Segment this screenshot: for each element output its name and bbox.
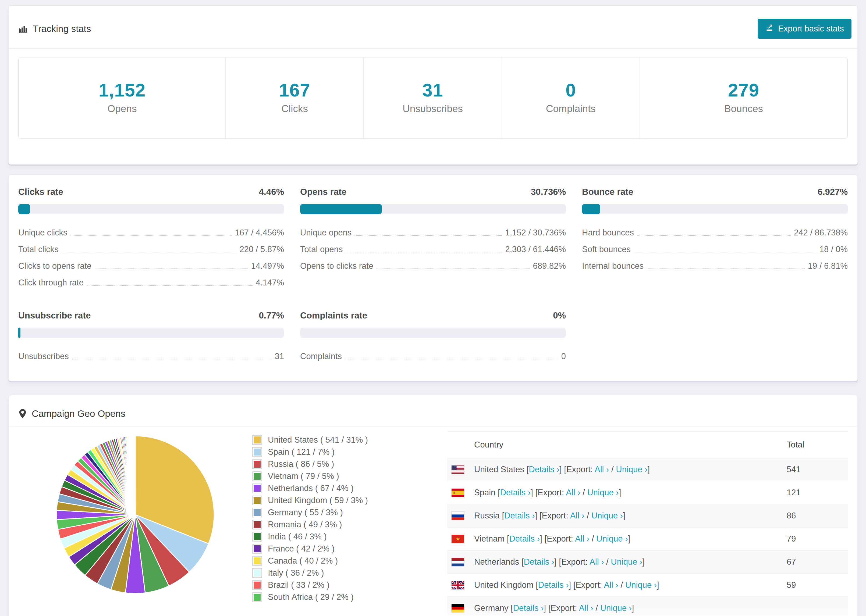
legend-label: Canada ( 40 / 2% ) bbox=[268, 556, 338, 566]
legend-item[interactable]: United Kingdom ( 59 / 3% ) bbox=[252, 496, 447, 505]
rate-stat-row: Internal bounces 19 / 6.81% bbox=[582, 258, 848, 274]
export-unique-link[interactable]: Unique › bbox=[625, 580, 657, 590]
export-unique-link[interactable]: Unique › bbox=[616, 465, 647, 474]
dotted-leader bbox=[355, 235, 502, 236]
legend-item[interactable]: Spain ( 121 / 7% ) bbox=[252, 447, 447, 457]
country-cell: Vietnam [Details ›] [Export: All › / Uni… bbox=[474, 527, 787, 550]
rate-title: Unsubscribe rate bbox=[18, 310, 91, 321]
legend-item[interactable]: Netherlands ( 67 / 4% ) bbox=[252, 484, 447, 493]
legend-swatch bbox=[252, 508, 262, 517]
details-link[interactable]: Details › bbox=[513, 603, 544, 613]
legend-label: India ( 46 / 3% ) bbox=[268, 532, 327, 542]
legend-item[interactable]: Canada ( 40 / 2% ) bbox=[252, 556, 447, 566]
details-link[interactable]: Details › bbox=[500, 488, 531, 497]
geo-header: Campaign Geo Opens bbox=[9, 395, 857, 426]
rate-title: Complaints rate bbox=[300, 310, 367, 321]
country-column-header: Country bbox=[474, 432, 787, 458]
summary-opens: 1,152 Opens bbox=[19, 58, 226, 138]
legend-swatch bbox=[252, 592, 262, 602]
rate-stat-row: Hard bounces 242 / 86.738% bbox=[582, 225, 848, 241]
stat-label: Click through rate bbox=[18, 278, 83, 288]
details-link[interactable]: Details › bbox=[529, 465, 559, 474]
export-unique-link[interactable]: Unique › bbox=[611, 557, 642, 567]
legend-label: France ( 42 / 2% ) bbox=[268, 544, 335, 554]
country-cell: United States [Details ›] [Export: All ›… bbox=[474, 458, 787, 481]
export-all-link[interactable]: All › bbox=[589, 557, 604, 567]
rate-progress-bar bbox=[300, 328, 566, 338]
country-cell: Russia [Details ›] [Export: All › / Uniq… bbox=[474, 504, 787, 527]
rate-value: 4.46% bbox=[259, 187, 284, 197]
summary-value: 279 bbox=[643, 80, 844, 101]
legend-item[interactable]: France ( 42 / 2% ) bbox=[252, 544, 447, 554]
details-link[interactable]: Details › bbox=[509, 534, 540, 544]
summary-unsubscribes: 31 Unsubscribes bbox=[364, 58, 502, 138]
legend-label: Italy ( 36 / 2% ) bbox=[268, 568, 324, 578]
export-all-link[interactable]: All › bbox=[570, 511, 584, 520]
rate-stat-row: Total clicks 220 / 5.87% bbox=[18, 241, 284, 258]
summary-label: Unsubscribes bbox=[367, 103, 499, 115]
export-unique-link[interactable]: Unique › bbox=[596, 534, 628, 544]
divider bbox=[9, 49, 857, 49]
stat-label: Clicks to opens rate bbox=[18, 261, 91, 271]
country-name: Russia bbox=[474, 511, 500, 520]
dotted-leader bbox=[345, 359, 558, 359]
export-all-link[interactable]: All › bbox=[595, 465, 609, 474]
summary-stats-box: 1,152 Opens 167 Clicks 31 Unsubscribes 0… bbox=[18, 57, 848, 139]
total-cell: 121 bbox=[787, 481, 848, 504]
campaign-geo-opens-card: Campaign Geo Opens United States ( 541 /… bbox=[8, 395, 858, 616]
rate-stat-row: Click through rate 4.147% bbox=[18, 274, 284, 291]
details-link[interactable]: Details › bbox=[504, 511, 535, 520]
summary-label: Complaints bbox=[505, 103, 637, 115]
export-unique-link[interactable]: Unique › bbox=[600, 603, 632, 613]
stat-value: 0 bbox=[561, 352, 566, 361]
summary-label: Clicks bbox=[228, 103, 361, 115]
stat-label: Hard bounces bbox=[582, 228, 634, 237]
flag-gb-icon bbox=[452, 581, 471, 589]
legend-item[interactable]: Vietnam ( 79 / 5% ) bbox=[252, 471, 447, 481]
stat-value: 2,303 / 61.446% bbox=[505, 245, 566, 254]
rate-progress-bar bbox=[18, 328, 284, 338]
dotted-leader bbox=[94, 269, 248, 269]
dotted-leader bbox=[87, 285, 252, 286]
legend-swatch bbox=[252, 459, 262, 469]
rate-value: 6.927% bbox=[817, 187, 848, 197]
export-all-link[interactable]: All › bbox=[604, 580, 618, 590]
export-unique-link[interactable]: Unique › bbox=[591, 511, 623, 520]
country-cell: United Kingdom [Details ›] [Export: All … bbox=[474, 574, 787, 597]
rate-head: Complaints rate 0% bbox=[300, 310, 566, 321]
legend-item[interactable]: Russia ( 86 / 5% ) bbox=[252, 459, 447, 469]
export-unique-link[interactable]: Unique › bbox=[587, 488, 619, 497]
export-all-link[interactable]: All › bbox=[579, 603, 593, 613]
legend-item[interactable]: United States ( 541 / 31% ) bbox=[252, 435, 447, 445]
legend-item[interactable]: Romania ( 49 / 3% ) bbox=[252, 520, 447, 530]
country-name: Germany bbox=[474, 603, 508, 613]
summary-label: Opens bbox=[22, 103, 223, 115]
legend-item[interactable]: Germany ( 55 / 3% ) bbox=[252, 508, 447, 517]
total-cell: 86 bbox=[787, 504, 848, 527]
country-name: United Kingdom bbox=[474, 580, 534, 590]
export-all-link[interactable]: All › bbox=[566, 488, 580, 497]
legend-item[interactable]: India ( 46 / 3% ) bbox=[252, 532, 447, 542]
legend-swatch bbox=[252, 447, 262, 457]
legend-item[interactable]: Italy ( 36 / 2% ) bbox=[252, 568, 447, 578]
summary-complaints: 0 Complaints bbox=[502, 58, 640, 138]
summary-value: 0 bbox=[505, 80, 637, 101]
dotted-leader bbox=[72, 359, 272, 359]
legend-label: Netherlands ( 67 / 4% ) bbox=[268, 484, 354, 493]
rate-stat-row: Clicks to opens rate 14.497% bbox=[18, 258, 284, 274]
legend-swatch bbox=[252, 580, 262, 590]
table-row-de: Germany [Details ›] [Export: All › / Uni… bbox=[447, 597, 848, 616]
legend-label: Spain ( 121 / 7% ) bbox=[268, 447, 335, 457]
legend-item[interactable]: Brazil ( 33 / 2% ) bbox=[252, 580, 447, 590]
rates-grid: Clicks rate 4.46% Unique clicks 167 / 4.… bbox=[9, 175, 857, 381]
details-link[interactable]: Details › bbox=[538, 580, 569, 590]
legend-label: Brazil ( 33 / 2% ) bbox=[268, 580, 329, 590]
details-link[interactable]: Details › bbox=[524, 557, 554, 567]
tracking-stats-card: Tracking stats Export basic stats 1,152 … bbox=[8, 5, 858, 165]
export-basic-stats-button[interactable]: Export basic stats bbox=[757, 19, 852, 39]
export-all-link[interactable]: All › bbox=[575, 534, 589, 544]
rate-title: Opens rate bbox=[300, 187, 346, 197]
legend-item[interactable]: South Africa ( 29 / 2% ) bbox=[252, 592, 447, 602]
summary-value: 167 bbox=[228, 80, 361, 101]
stat-value: 689.82% bbox=[533, 261, 566, 271]
